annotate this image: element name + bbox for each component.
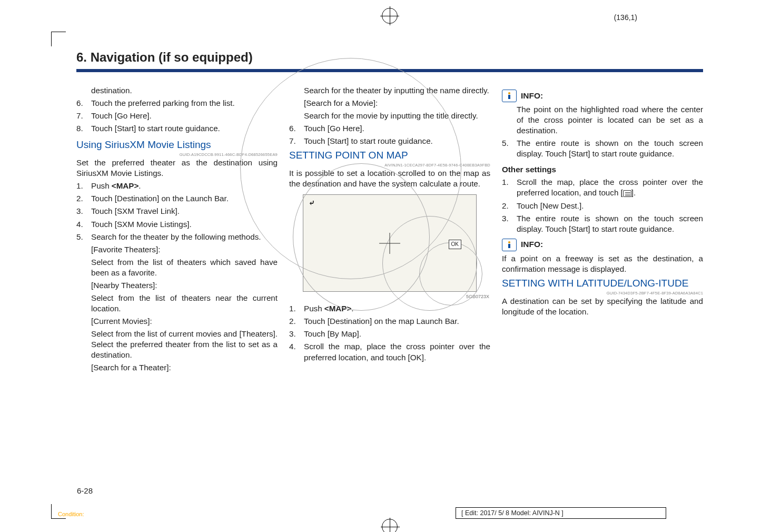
heading-latlon: SETTING WITH LATITUDE/LONG-ITUDE — [502, 277, 703, 290]
current-movies-p: Select from the list of current movies a… — [91, 329, 278, 360]
info2-text: If a point on a freeway is set as the de… — [502, 253, 703, 274]
info1-text: The point on the highlighted road where … — [517, 104, 703, 136]
guid-latlon: GUID-7434D3F5-2BF7-4F5E-8F39-AD8A6A3A84C… — [502, 291, 703, 296]
info-box-2: INFO: — [502, 239, 703, 251]
section-title: 6. Navigation (if so equipped) — [76, 50, 703, 65]
column-3: INFO: The point on the highlighted road … — [502, 85, 703, 375]
condition-label: Condition: — [58, 511, 84, 517]
c3-item-5: 5.The entire route is shown on the touch… — [502, 138, 703, 159]
info-label: INFO: — [521, 91, 543, 101]
info-icon — [502, 90, 517, 102]
svg-rect-1 — [508, 95, 510, 99]
registration-mark-top — [382, 8, 398, 24]
list-item-7: 7.Touch [Go Here]. — [76, 111, 278, 121]
svg-point-0 — [508, 92, 510, 94]
svg-rect-3 — [508, 244, 510, 248]
other-step-2: 2.Touch [New Dest.]. — [502, 201, 703, 211]
step-4: 4.Touch [SXM Movie Listings]. — [76, 219, 278, 230]
map-step-2: 2.Touch [Destination] on the map Launch … — [289, 316, 490, 327]
crosshair-h — [379, 243, 400, 243]
info-label: INFO: — [521, 239, 543, 250]
map-road-4 — [419, 242, 482, 306]
fav-theaters-p: Select from the list of theaters which s… — [91, 257, 278, 278]
info-box-1: INFO: — [502, 90, 703, 102]
nearby-theaters-h: [Nearby Theaters]: — [91, 280, 278, 291]
info-icon — [502, 239, 517, 251]
step-5: 5.Search for the theater by the followin… — [76, 232, 278, 242]
list-icon — [623, 190, 631, 197]
other-step-3: 3.The entire route is shown on the touch… — [502, 213, 703, 234]
map-step-3: 3.Touch [By Map]. — [289, 329, 490, 339]
text-destination: destination. — [91, 85, 278, 96]
current-movies-h: [Current Movies]: — [91, 316, 278, 327]
map-ok-button: OK — [449, 240, 461, 249]
para-latlon: A destination can be set by specifying t… — [502, 296, 703, 317]
list-item-6: 6.Touch the preferred parking from the l… — [76, 98, 278, 109]
map-step-4: 4.Scroll the map, place the cross pointe… — [289, 341, 490, 362]
column-2: Search for the theater by inputting the … — [289, 85, 490, 375]
nearby-theaters-p: Select from the list of theaters near th… — [91, 293, 278, 314]
registration-mark-bottom — [382, 519, 398, 532]
other-settings-h: Other settings — [502, 164, 703, 175]
search-theater-h: [Search for a Theater]: — [91, 362, 278, 373]
other-step-1: 1.Scroll the map, place the cross pointe… — [502, 177, 703, 198]
map-step-1: 1.Push <MAP>. — [289, 303, 490, 314]
crop-mark-tl — [51, 32, 66, 46]
page-coordinate: (136,1) — [614, 13, 637, 22]
edit-info-box: [ Edit: 2017/ 5/ 8 Model: AIVINJ-N ] — [456, 507, 666, 519]
svg-point-2 — [508, 241, 510, 243]
map-screenshot: ⤶ OK — [303, 194, 477, 292]
page-number: 6-28 — [77, 486, 93, 495]
fav-theaters-h: [Favorite Theaters]: — [91, 244, 278, 255]
